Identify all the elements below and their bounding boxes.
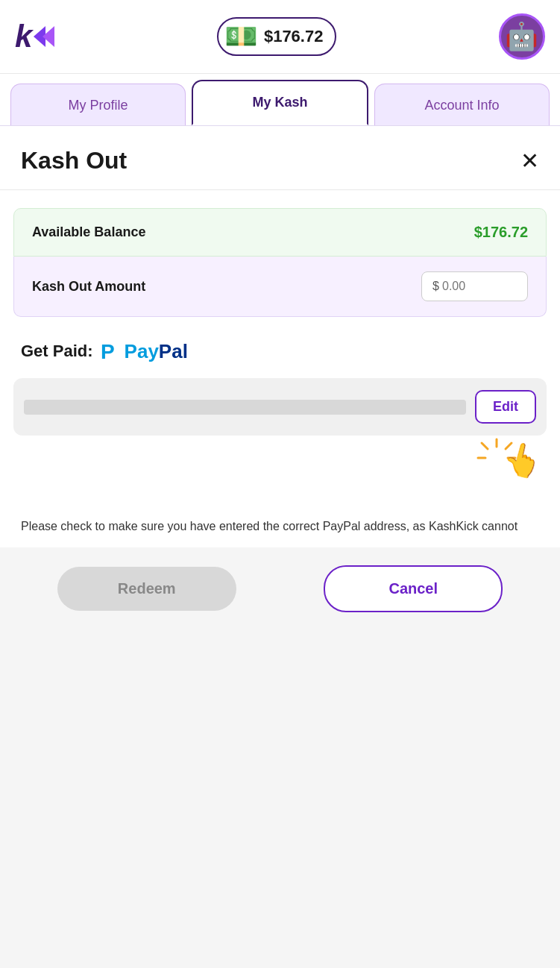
paypal-address-masked bbox=[24, 400, 466, 415]
bottom-action-area: Redeem Cancel bbox=[0, 547, 560, 635]
money-icon: 💵 bbox=[224, 23, 258, 50]
tab-my-kash[interactable]: My Kash bbox=[192, 80, 368, 125]
svg-line-4 bbox=[482, 443, 488, 449]
kash-out-amount-label: Kash Out Amount bbox=[32, 279, 145, 295]
main-content: Kash Out ✕ Available Balance $176.72 Kas… bbox=[0, 126, 560, 547]
avatar-image: 🤖 bbox=[505, 23, 538, 50]
disclaimer-text: Please check to make sure you have enter… bbox=[0, 480, 560, 547]
get-paid-label: Get Paid: bbox=[21, 342, 93, 361]
redeem-button: Redeem bbox=[57, 567, 236, 611]
cursor-decoration: 👆 bbox=[0, 436, 560, 480]
amount-input-wrapper: $ bbox=[421, 271, 528, 301]
kash-out-amount-row: Kash Out Amount $ bbox=[13, 257, 547, 317]
tabs-container: My Profile My Kash Account Info bbox=[0, 74, 560, 126]
tab-account-info[interactable]: Account Info bbox=[374, 84, 550, 125]
balance-pill[interactable]: 💵 $176.72 bbox=[217, 17, 337, 56]
available-balance-label: Available Balance bbox=[32, 224, 145, 240]
header-balance: $176.72 bbox=[264, 27, 324, 46]
chevron-right-icon bbox=[43, 26, 54, 47]
available-balance-value: $176.72 bbox=[474, 224, 528, 241]
avatar[interactable]: 🤖 bbox=[499, 13, 545, 60]
available-balance-row: Available Balance $176.72 bbox=[13, 208, 547, 257]
paypal-field-container: Edit bbox=[13, 378, 547, 436]
logo-k-letter: k bbox=[15, 21, 32, 52]
header: k 💵 $176.72 🤖 bbox=[0, 0, 560, 74]
logo-chevrons bbox=[34, 26, 54, 47]
paypal-icon: P bbox=[101, 339, 122, 363]
paypal-text: PayPal bbox=[125, 340, 188, 363]
amount-input[interactable] bbox=[442, 280, 517, 293]
edit-button[interactable]: Edit bbox=[475, 390, 536, 424]
get-paid-section: Get Paid: P PayPal bbox=[0, 317, 560, 372]
tab-my-profile[interactable]: My Profile bbox=[10, 84, 186, 125]
dollar-sign: $ bbox=[432, 280, 439, 293]
svg-text:P: P bbox=[101, 340, 115, 363]
kash-out-header: Kash Out ✕ bbox=[0, 126, 560, 190]
paypal-logo: P PayPal bbox=[101, 339, 188, 363]
cancel-button[interactable]: Cancel bbox=[324, 565, 503, 612]
kash-out-title: Kash Out bbox=[21, 147, 127, 175]
close-button[interactable]: ✕ bbox=[520, 150, 539, 172]
logo: k bbox=[15, 21, 54, 52]
